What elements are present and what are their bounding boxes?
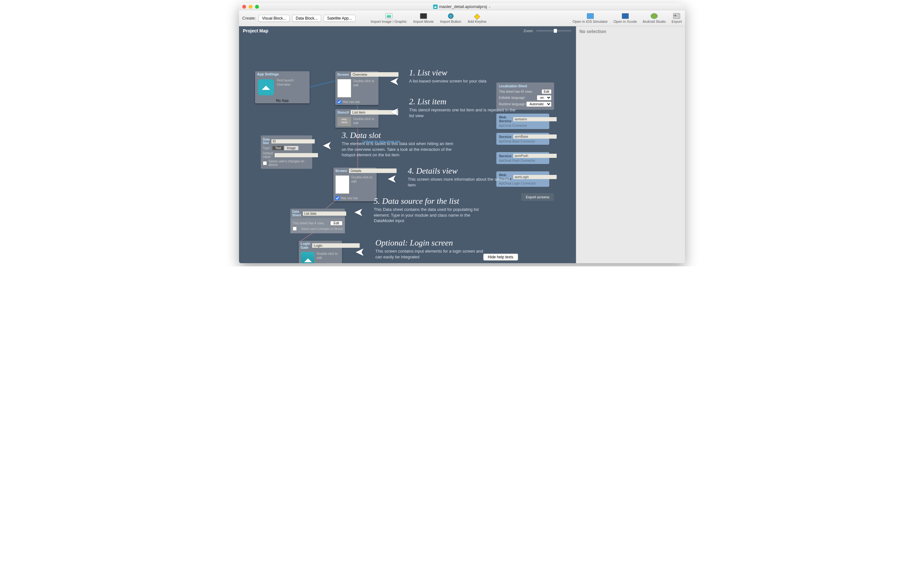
node-data-slot[interactable]: Data Slot Type:TextImage Default value: …	[261, 135, 312, 169]
arrow-icon: ➤	[355, 245, 365, 259]
arrow-icon: ➤	[387, 172, 397, 186]
save-datasheet-checkbox[interactable]	[292, 226, 297, 231]
login-name-input[interactable]	[312, 243, 360, 248]
node-screen-details[interactable]: Screen Double-click to edit Has nav bar	[333, 168, 376, 201]
arrow-icon: ➤	[390, 75, 399, 88]
close-icon[interactable]	[242, 5, 246, 9]
open-ios-simulator-button[interactable]: Open in iOS Simulator	[573, 13, 608, 23]
create-label: Create:	[242, 16, 256, 21]
edit-localization-button[interactable]: Edit	[542, 89, 552, 94]
app-name-label: My App	[255, 98, 310, 104]
default-value-input[interactable]	[274, 153, 318, 157]
dataslot-name-input[interactable]	[272, 139, 315, 144]
minimize-icon[interactable]	[249, 5, 252, 9]
service-name-input-1[interactable]	[513, 135, 556, 139]
type-segmented[interactable]: TextImage	[272, 146, 298, 150]
export-icon: ➜	[673, 13, 680, 19]
android-studio-button[interactable]: Android Studio	[643, 13, 666, 23]
import-button-button[interactable]: Import Button	[440, 13, 461, 23]
create-visual-block-button[interactable]: Visual Block...	[259, 15, 290, 22]
create-data-block-button[interactable]: Data Block...	[292, 15, 321, 22]
zoom-control[interactable]: Zoom:	[524, 29, 572, 33]
app-logo-icon	[258, 79, 274, 95]
import-image-button[interactable]: Import Image / Graphic	[371, 13, 407, 23]
stencil-thumbnail: PREVIEW	[337, 117, 351, 126]
android-icon	[651, 13, 658, 19]
edit-datasheet-button[interactable]: Edit	[330, 221, 343, 226]
project-map-canvas[interactable]: Project Map Zoom: App Settings First lau…	[239, 26, 576, 263]
service-name-input-2[interactable]	[513, 154, 556, 158]
annotation-3: 3. Data slotThe element id is saved to t…	[342, 130, 457, 158]
toolbar: Create: Visual Block... Data Block... Sa…	[239, 10, 685, 26]
export-screens-button[interactable]: Export screens	[521, 193, 554, 201]
movie-icon	[420, 13, 427, 19]
arrow-icon: ➤	[322, 139, 332, 152]
service-name-input-3[interactable]	[513, 175, 556, 179]
dropdown-chevron-icon[interactable]: ⌄	[488, 5, 491, 8]
canvas-title: Project Map	[243, 28, 268, 33]
svg-line-0	[309, 81, 335, 87]
node-stencil[interactable]: Stencil PREVIEWDouble-click to edit	[335, 109, 379, 128]
add-keyline-button[interactable]: Add Keyline	[468, 15, 487, 23]
has-nav-bar-checkbox[interactable]	[337, 100, 341, 104]
arrow-icon: ➤	[390, 105, 399, 118]
image-icon	[386, 13, 392, 19]
import-movie-button[interactable]: Import Movie	[413, 13, 434, 23]
window-title: master_detail.apiomatproj	[439, 4, 487, 9]
service-name-input-0[interactable]	[513, 117, 556, 122]
inspector-panel: No selection	[576, 26, 685, 263]
node-login-gate[interactable]: Login Gate Double-click to edit	[299, 241, 342, 263]
annotation-6: Optional: Login screenThis screen contai…	[375, 238, 484, 260]
annotation-1: 1. List viewA list-based overview screen…	[409, 68, 486, 84]
button-icon	[448, 13, 454, 19]
open-xcode-button[interactable]: Open in Xcode	[614, 13, 637, 23]
hide-help-button[interactable]: Hide help texts	[483, 254, 518, 261]
ios-simulator-icon	[587, 13, 594, 19]
app-icon	[433, 4, 438, 9]
export-button[interactable]: ➜Export	[672, 13, 682, 23]
save-on-device-checkbox[interactable]	[263, 161, 267, 165]
datasheet-name-input[interactable]	[303, 212, 346, 216]
runtime-lang-select[interactable]: Automatic	[526, 101, 552, 107]
arrow-icon: ➤	[354, 206, 363, 219]
inspector-title: No selection	[579, 29, 682, 34]
create-satellite-app-button[interactable]: Satellite App...	[324, 15, 356, 22]
annotation-4: 4. Details viewThis screen shows more in…	[408, 166, 517, 188]
screen2-thumbnail	[335, 175, 350, 194]
node-app-settings[interactable]: App Settings First launch:Overview My Ap…	[255, 71, 310, 104]
maximize-icon[interactable]	[255, 5, 259, 9]
node-service-2[interactable]: Service ApiOmat Push Connector	[496, 152, 549, 164]
node-data-sheet[interactable]: Data Sheet This sheet has 4 rows.Edit Sa…	[290, 208, 345, 233]
screen-thumbnail	[337, 79, 351, 98]
login-thumbnail	[301, 252, 315, 263]
has-nav-bar-checkbox-2[interactable]	[335, 196, 339, 200]
annotation-5: 5. Data source for the listThis Data she…	[374, 196, 489, 224]
node-service-1[interactable]: Service ApiOmat Base Connector	[496, 133, 549, 145]
annotation-2: 2. List itemThis stencil represents one …	[409, 97, 518, 118]
editable-lang-select[interactable]: en	[537, 95, 552, 100]
node-screen-overview[interactable]: Screen Double-click to edit Has nav bar	[335, 71, 379, 105]
keyline-icon	[474, 14, 480, 20]
window-titlebar: master_detail.apiomatproj ⌄	[239, 3, 685, 10]
xcode-icon	[622, 13, 629, 19]
